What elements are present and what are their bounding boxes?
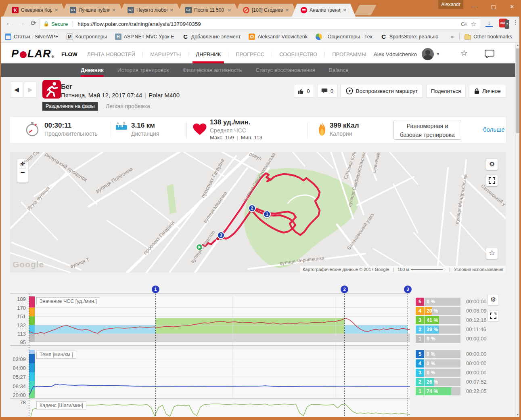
cadence-chart-label: Каденс [Шаги/мин] — [36, 401, 86, 410]
tab-close-icon[interactable]: ✕ — [227, 8, 232, 13]
map-favorite-star-icon[interactable]: ☆ — [486, 248, 498, 259]
geektimes-favicon: GT — [185, 7, 192, 13]
nav-feed[interactable]: ЛЕНТА НОВОСТЕЙ — [80, 51, 142, 57]
chart-phase-marker[interactable]: 2 — [341, 286, 348, 293]
tab-title: Неужто любое огран — [136, 7, 167, 13]
bookmark-item[interactable]: - Осцилляторы - Тех — [316, 34, 372, 40]
hr-ytick: 170 — [8, 305, 26, 311]
route-map[interactable]: +− ⚙ ☆ Google Картографические данные © … — [10, 152, 506, 273]
nav-programs[interactable]: ПРОГРАММЫ — [324, 51, 374, 57]
tab-close-icon[interactable]: ✕ — [111, 8, 117, 13]
browser-tab[interactable]: [100] Стодневка по 6✕ — [234, 4, 298, 17]
browser-tab[interactable]: GTНеужто любое огран✕ — [119, 4, 182, 17]
bookmark-item[interactable]: ϹДобавление элемент — [182, 34, 241, 40]
reload-button[interactable]: ⟳ — [28, 19, 39, 27]
subnav-activity[interactable]: Физическая активность — [183, 63, 242, 77]
like-count: 0 — [307, 88, 310, 94]
stopwatch-icon — [25, 120, 40, 137]
new-tab-button[interactable] — [354, 5, 377, 15]
chat-icon[interactable] — [485, 50, 494, 58]
bookmark-item[interactable]: Статьи - SilverWPF — [5, 34, 59, 40]
subnav-diary[interactable]: Дневник — [81, 63, 104, 77]
replay-route-button[interactable]: Воспроизвести маршрут — [341, 84, 423, 98]
chart-fullscreen-icon[interactable] — [488, 310, 499, 321]
tab-close-icon[interactable]: ✕ — [342, 8, 347, 13]
private-button[interactable]: Личное — [469, 84, 506, 98]
translate-icon[interactable]: Gᵡ — [461, 21, 467, 27]
training-benefit-button[interactable]: Равномерная ибазовая тренировка — [393, 120, 461, 140]
subnav-history[interactable]: История тренировок — [117, 63, 169, 77]
hr-ytick: 189 — [8, 296, 26, 302]
bookmark-star-icon[interactable]: ☆ — [471, 20, 477, 28]
browser-tab[interactable]: GTЛучшие публикации✕ — [61, 4, 125, 17]
tab-close-icon[interactable]: ✕ — [169, 8, 174, 13]
forward-button[interactable]: → — [16, 19, 27, 27]
avatar[interactable] — [422, 48, 434, 60]
url-text[interactable]: https://flow.polar.com/training/analysis… — [77, 21, 457, 27]
comment-count: 0 — [331, 88, 334, 94]
hr-ytick: 113 — [8, 331, 26, 337]
chart-phase-marker[interactable]: 3 — [404, 286, 412, 293]
map-fullscreen-icon[interactable] — [486, 175, 498, 186]
nav-diary[interactable]: ДНЕВНИК — [188, 51, 228, 57]
tab-close-icon[interactable]: ✕ — [285, 8, 290, 13]
chart-phase-marker[interactable]: 1 — [152, 286, 159, 293]
hr-ytick: 95 — [8, 339, 26, 345]
map-terms-link[interactable]: Условия использования — [454, 267, 503, 272]
map-scale-label: 100 м — [398, 267, 409, 272]
bookmark-item[interactable]: ϹSportsStore: реально — [381, 34, 438, 40]
back-button[interactable]: ← — [4, 19, 15, 27]
next-session-button[interactable]: ▶ — [24, 82, 37, 98]
geektimes-favicon: GT — [70, 7, 76, 13]
like-button[interactable]: 0 — [294, 84, 314, 98]
scrollbar-thumb[interactable] — [516, 48, 519, 133]
hr-chart-label: Значение ЧСС [уд./мин.] — [36, 297, 100, 305]
browser-tab[interactable]: КСеверная Корея гото✕ — [3, 4, 67, 17]
nav-progress[interactable]: ПРОГРЕСС — [228, 51, 272, 57]
chrome-profile-chip[interactable]: Alexandr — [438, 0, 463, 9]
tab-strip: КСеверная Корея гото✕ GTЛучшие публикаци… — [3, 4, 374, 17]
flow-label[interactable]: FLOW — [61, 51, 77, 57]
zoom-out-button[interactable]: − — [17, 168, 28, 177]
share-button[interactable]: Поделиться — [426, 84, 466, 98]
oscillators-favicon — [316, 34, 322, 40]
polar-logo[interactable]: PLAR● — [11, 48, 55, 60]
route-phase-marker: 1 — [263, 210, 271, 218]
hr-ytick: 132 — [8, 322, 26, 328]
favorites-star-icon[interactable]: ☆ — [460, 48, 468, 58]
bookmarks-separator — [459, 33, 460, 40]
bookmark-label: Статьи - SilverWPF — [14, 34, 59, 40]
nav-routes[interactable]: МАРШРУТЫ — [142, 51, 188, 57]
tab-close-icon[interactable]: ✕ — [54, 8, 59, 13]
comment-button[interactable]: 0 — [317, 84, 337, 98]
route-phase-marker: 2 — [248, 204, 256, 212]
bookmark-item[interactable]: OAleksandr Vdovichenk — [249, 34, 308, 40]
adblock-icon[interactable]: ABP7 — [499, 19, 508, 27]
bookmarks-overflow-chevron[interactable]: » — [451, 34, 454, 40]
phase-split-badge[interactable]: Разделение на фазы — [42, 102, 98, 111]
prev-session-button[interactable]: ◀ — [10, 82, 23, 98]
bookmark-item[interactable]: MКонтроллеры — [67, 34, 107, 40]
chart-settings-gear-icon[interactable]: ⚙ — [488, 294, 499, 305]
window-frame — [0, 417, 521, 420]
close-button[interactable]: ✕ — [506, 2, 518, 12]
map-settings-gear-icon[interactable]: ⚙ — [486, 159, 498, 170]
browser-tab[interactable]: GTПосле 11 500 аварий✕ — [176, 4, 240, 17]
more-link[interactable]: больше — [483, 126, 505, 133]
bookmark-item[interactable]: HASP.NET MVC Урок Е — [115, 34, 174, 40]
downloads-icon[interactable]: ↓ — [485, 19, 493, 27]
subnav-recovery[interactable]: Статус восстановления — [256, 63, 316, 77]
page-scrollbar[interactable]: ▲ ▼ — [515, 43, 519, 417]
other-bookmarks-button[interactable]: Other bookmarks — [465, 34, 512, 40]
route-phase-marker: 3 — [217, 231, 225, 239]
minimize-button[interactable]: — — [468, 2, 480, 12]
user-menu[interactable]: Alex Vdovichenko▼ — [374, 48, 448, 60]
tab-title: Лучшие публикации — [79, 7, 110, 13]
browser-tab-active[interactable]: Анализ тренировки -✕ — [292, 4, 356, 17]
address-bar[interactable]: 🔒 Secure | https://flow.polar.com/traini… — [40, 18, 480, 29]
nav-community[interactable]: СООБЩЕСТВО — [272, 51, 324, 57]
subnav-balance[interactable]: Balance — [329, 63, 349, 77]
maximize-button[interactable]: ▢ — [488, 2, 500, 12]
silverwpf-favicon — [5, 34, 11, 40]
chrome-menu-icon[interactable]: ⋮ — [513, 19, 519, 26]
